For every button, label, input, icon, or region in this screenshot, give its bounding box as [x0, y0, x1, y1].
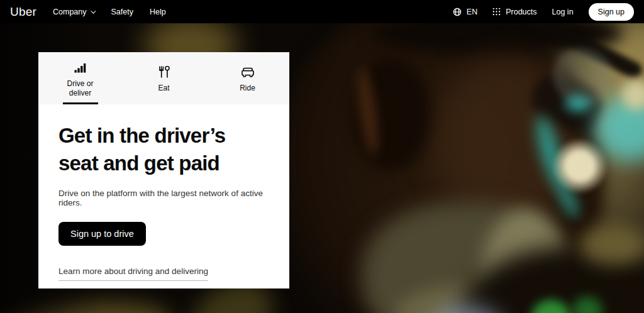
nav-help-label: Help: [150, 8, 166, 16]
active-tab-underline: [63, 102, 98, 104]
bg-arm-olive-left: [0, 292, 176, 313]
bg-olive-right-glow: [491, 23, 644, 313]
bokeh-teal-large: [594, 96, 644, 162]
nav-safety-label: Safety: [111, 8, 133, 16]
bg-blue-glow-bottom: [431, 305, 503, 313]
tab-eat-label: Eat: [158, 84, 169, 93]
bokeh-cream-small: [621, 80, 644, 110]
bg-hair-top-dark: [371, 23, 623, 55]
bg-ear-shadow: [352, 58, 431, 171]
tab-drive-label: Drive or deliver: [58, 79, 103, 98]
bg-face-silhouette: [264, 23, 604, 313]
bokeh-green-b: [572, 297, 602, 313]
bg-glasses-frame: [525, 67, 611, 140]
bg-glasses-lens: [543, 38, 625, 116]
learn-more-link[interactable]: Learn more about driving and delivering: [58, 266, 208, 281]
nav-item-safety[interactable]: Safety: [111, 8, 133, 16]
nav-company-label: Company: [53, 8, 87, 16]
bg-olive-streak-right: [579, 224, 644, 265]
products-label: Products: [506, 8, 536, 16]
bg-top-right-warm: [597, 23, 644, 130]
hero-heading: Get in the driver’s seat and get paid: [58, 122, 250, 177]
uber-logo[interactable]: Uber: [10, 5, 36, 19]
top-navigation-bar: Uber Company Safety Help EN: [0, 0, 644, 23]
bg-teal-rim-streak-a: [532, 113, 568, 187]
hero-card: Drive or deliver: [38, 52, 289, 288]
hero-card-body: Get in the driver’s seat and get paid Dr…: [38, 104, 289, 281]
bg-teal-glint-glasses: [565, 96, 591, 112]
products-menu[interactable]: Products: [492, 8, 536, 16]
bg-cheek-highlight: [434, 58, 579, 228]
nav-item-company[interactable]: Company: [53, 8, 95, 16]
globe-icon: [453, 8, 462, 16]
login-label: Log in: [552, 8, 574, 16]
nav-right-group: EN Products Log in Sign up: [453, 3, 634, 21]
bg-glasses-temple: [525, 23, 644, 81]
uber-landing-page: Uber Company Safety Help EN: [0, 0, 644, 313]
signup-button[interactable]: Sign up: [589, 3, 634, 21]
tab-eat[interactable]: Eat: [122, 52, 206, 104]
chevron-down-icon: [91, 8, 96, 13]
bg-teal-rim-streak-b: [550, 172, 583, 221]
grid-apps-icon: [492, 8, 501, 16]
login-button[interactable]: Log in: [552, 8, 574, 16]
bokeh-cream-large: [552, 138, 608, 194]
tab-ride-label: Ride: [240, 84, 255, 93]
car-icon: [242, 66, 254, 78]
nav-item-help[interactable]: Help: [150, 8, 166, 16]
utensils-icon: [158, 66, 170, 78]
bg-ear-rim-light: [353, 67, 382, 156]
bg-beard-chin: [396, 284, 541, 313]
bg-beard-light-edge: [481, 209, 569, 313]
bg-beard-main: [362, 202, 569, 313]
bg-dashboard-dark-arc: [459, 246, 644, 313]
service-tabstrip: Drive or deliver: [38, 52, 289, 104]
signup-to-drive-button[interactable]: Sign up to drive: [58, 222, 146, 246]
nav-left-group: Company Safety Help: [53, 8, 166, 16]
bar-chart-icon: [74, 62, 86, 74]
bokeh-green-a: [531, 300, 570, 313]
hero-subtext: Drive on the platform with the largest n…: [58, 189, 269, 207]
tab-ride[interactable]: Ride: [206, 52, 289, 104]
language-label: EN: [467, 8, 477, 16]
language-selector[interactable]: EN: [453, 8, 477, 16]
tab-drive-or-deliver[interactable]: Drive or deliver: [38, 52, 122, 104]
